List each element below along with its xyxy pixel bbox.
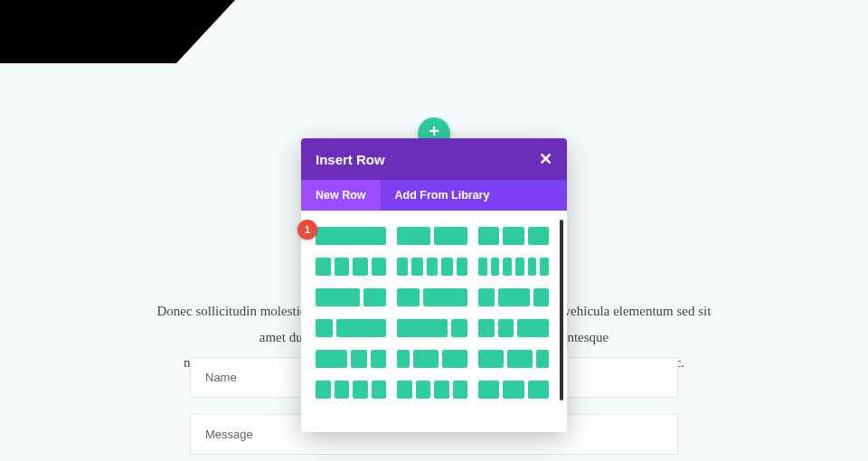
layout-grid	[301, 211, 567, 432]
layout-option[interactable]	[397, 350, 467, 368]
layout-option[interactable]	[478, 227, 549, 245]
layout-column-block	[397, 288, 420, 306]
layout-column-block	[372, 381, 387, 399]
layout-option[interactable]	[316, 381, 386, 399]
modal-header: Insert Row ✕	[301, 138, 567, 180]
layout-column-block	[457, 258, 467, 276]
layout-column-block	[540, 258, 549, 276]
layout-column-block	[353, 258, 368, 276]
layout-option[interactable]	[478, 350, 549, 368]
annotation-badge-1: 1	[297, 220, 317, 240]
layout-column-block	[316, 350, 347, 368]
layout-column-block	[498, 319, 514, 337]
layout-column-block	[316, 227, 386, 245]
layout-column-block	[316, 258, 331, 276]
scrollbar[interactable]	[560, 220, 563, 400]
layout-row	[316, 381, 552, 399]
layout-column-block	[503, 227, 524, 245]
layout-column-block	[478, 319, 495, 337]
layout-option[interactable]	[397, 381, 467, 399]
layout-column-block	[336, 319, 387, 337]
layout-column-block	[498, 288, 530, 306]
layout-option[interactable]	[478, 288, 549, 306]
layout-row	[316, 227, 552, 245]
layout-column-block	[434, 381, 449, 399]
close-icon[interactable]: ✕	[539, 151, 552, 167]
layout-column-block	[478, 258, 487, 276]
layout-column-block	[335, 381, 350, 399]
layout-column-block	[441, 258, 452, 276]
layout-option[interactable]	[316, 350, 386, 368]
layout-column-block	[533, 288, 550, 306]
modal-tabs: New Row Add From Library	[301, 180, 567, 211]
plus-icon: +	[429, 122, 439, 140]
layout-option[interactable]	[316, 319, 386, 337]
layout-option[interactable]	[316, 258, 386, 276]
layout-column-block	[397, 381, 412, 399]
layout-option[interactable]	[397, 319, 467, 337]
layout-option[interactable]	[478, 381, 549, 399]
layout-column-block	[416, 381, 431, 399]
layout-option[interactable]	[397, 227, 467, 245]
layout-column-block	[316, 381, 331, 399]
layout-column-block	[434, 227, 467, 245]
layout-column-block	[536, 350, 549, 368]
layout-column-block	[515, 258, 524, 276]
layout-column-block	[397, 319, 448, 337]
layout-row	[316, 288, 552, 306]
layout-column-block	[423, 288, 467, 306]
layout-column-block	[351, 350, 367, 368]
layout-column-block	[353, 381, 368, 399]
layout-column-block	[316, 288, 360, 306]
layout-column-block	[507, 350, 533, 368]
layout-column-block	[528, 381, 549, 399]
layout-column-block	[427, 258, 438, 276]
layout-column-block	[478, 350, 504, 368]
layout-column-block	[411, 258, 422, 276]
layout-column-block	[363, 288, 386, 306]
layout-column-block	[528, 227, 549, 245]
layout-column-block	[478, 227, 499, 245]
layout-column-block	[453, 381, 468, 399]
layout-row	[316, 258, 552, 276]
layout-column-block	[442, 350, 467, 368]
layout-column-block	[372, 258, 387, 276]
layout-column-block	[397, 227, 430, 245]
layout-column-block	[528, 258, 537, 276]
layout-column-block	[316, 319, 333, 337]
layout-row	[316, 350, 552, 368]
layout-option[interactable]	[397, 258, 467, 276]
layout-column-block	[517, 319, 549, 337]
layout-column-block	[413, 350, 439, 368]
layout-option[interactable]	[478, 258, 549, 276]
page-background: + Donec sollicitudin molestie malesuada.…	[0, 0, 868, 461]
tab-add-from-library[interactable]: Add From Library	[381, 180, 505, 211]
layout-column-block	[478, 288, 495, 306]
layout-column-block	[491, 258, 500, 276]
layout-option[interactable]	[316, 227, 386, 245]
layout-column-block	[335, 258, 350, 276]
layout-column-block	[371, 350, 387, 368]
layout-option[interactable]	[478, 319, 549, 337]
layout-column-block	[503, 258, 512, 276]
layout-column-block	[478, 381, 499, 399]
layout-column-block	[451, 319, 468, 337]
modal-title: Insert Row	[316, 152, 385, 167]
layout-row	[316, 319, 552, 337]
layout-column-block	[503, 381, 524, 399]
layout-column-block	[397, 258, 408, 276]
layout-option[interactable]	[397, 288, 467, 306]
tab-new-row[interactable]: New Row	[301, 180, 381, 211]
layout-column-block	[397, 350, 410, 368]
insert-row-modal: Insert Row ✕ New Row Add From Library	[301, 138, 567, 432]
layout-option[interactable]	[316, 288, 386, 306]
